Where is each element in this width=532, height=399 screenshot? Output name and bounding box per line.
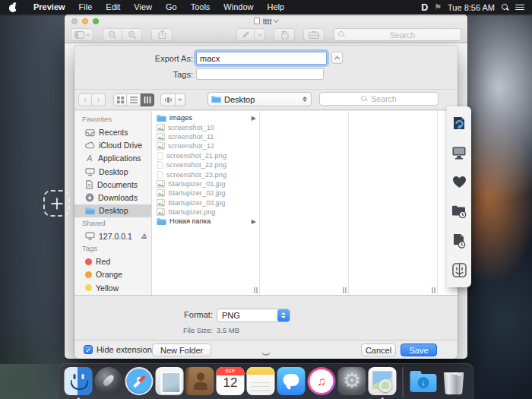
file-row[interactable]: Новая папка▶ [152,217,259,226]
sheet-resize-chevron[interactable] [261,351,271,356]
menu-bar: Preview FileEditViewGoToolsWindowHelp D … [0,0,532,14]
file-row[interactable]: screenshot_12 [152,141,259,150]
eject-icon[interactable] [141,233,147,239]
dfx-default-folder-x-button[interactable] [451,116,467,131]
dfx-computer-button[interactable] [451,145,467,160]
file-row[interactable]: Startupizer.png [152,207,259,217]
markup-pen-button[interactable] [236,28,255,41]
dfx-favorites-button[interactable] [451,175,467,190]
format-label: Format: [74,310,213,319]
folder-icon [211,95,221,103]
share-button[interactable] [151,28,173,41]
apple-menu-icon[interactable] [9,3,17,12]
list-view-button[interactable] [127,93,141,106]
menu-go[interactable]: Go [159,0,184,14]
sidebar-item-red[interactable]: Red [74,255,151,268]
menu-clock[interactable]: Tue 8:56 AM [448,3,495,12]
menu-edit[interactable]: Edit [99,0,127,14]
dfx-finder-button[interactable] [451,263,467,278]
file-row[interactable]: Startupizer_01.jpg [152,179,259,188]
desktop: Preview FileEditViewGoToolsWindowHelp D … [0,0,532,399]
location-popup[interactable]: Desktop [207,92,312,106]
popup-arrows-icon [302,97,308,103]
sidebar-item-downloads[interactable]: Downloads [74,191,151,204]
format-value: PNG [217,311,277,320]
sidebar-item-documents[interactable]: Documents [74,178,151,191]
file-row[interactable]: screenshot_11 [152,132,259,141]
tags-input[interactable] [196,68,324,80]
icon-view-button[interactable] [113,93,127,106]
dock-mail[interactable] [156,367,184,395]
file-row[interactable]: Startupizer_03.jpg [152,198,259,207]
save-button[interactable]: Save [401,344,437,356]
dock-calendar[interactable]: SEP12 [217,367,245,395]
notification-center-icon[interactable] [515,4,524,11]
file-size-label: File Size: [74,326,213,334]
dock-messages[interactable] [277,367,306,395]
folder-icon [85,207,95,215]
sidebar-item-yellow[interactable]: Yellow [74,281,151,294]
file-row[interactable]: images▶ [152,113,259,122]
app-menu[interactable]: Preview [27,0,72,14]
dock-downloads-folder[interactable]: ↓ [410,367,438,395]
back-button[interactable]: ‹ [78,93,92,106]
dfx-recent-files-button[interactable] [451,233,467,249]
column-view-button[interactable] [141,93,154,106]
zoom-in-button[interactable] [122,28,142,41]
new-folder-button[interactable]: New Folder [152,344,211,356]
toolbar-search-field[interactable]: Search [334,28,461,41]
menu-file[interactable]: File [72,0,100,14]
rotate-button[interactable] [274,28,295,41]
dfx-recent-folders-button[interactable] [451,204,467,219]
file-row[interactable]: screenshot_21.png [152,151,259,160]
dock-finder[interactable] [65,367,93,395]
view-options-chevron[interactable] [176,93,185,106]
dock-contacts[interactable] [186,367,214,395]
blank-icon [157,152,163,160]
collapse-sheet-button[interactable] [331,52,343,64]
sidebar-toggle-button[interactable] [71,28,93,41]
cancel-button[interactable]: Cancel [361,344,396,356]
sidebar-item-desktop[interactable]: Desktop [74,165,151,178]
file-row[interactable]: screenshot_23.png [152,169,259,179]
image-icon [157,199,165,207]
title-chevron-icon[interactable] [274,17,279,22]
sidebar-item-orange[interactable]: Orange [74,268,151,281]
sidebar-section-tags: Tags [74,242,151,255]
export-filename-input[interactable] [196,52,327,65]
dock-safari[interactable] [125,367,154,395]
sidebar-item-127-0-0-1[interactable]: 127.0.0.1 [74,230,151,242]
sidebar-item-icloud-drive[interactable]: iCloud Drive [74,138,151,151]
markup-toolbox-button[interactable] [303,28,325,41]
sidebar-item-recents[interactable]: Recents [74,125,151,138]
download-arrow-icon: ↓ [418,377,429,388]
menu-help[interactable]: Help [260,0,291,14]
dock-preview[interactable] [369,367,397,395]
browser-search-field[interactable]: Search [319,92,439,106]
zoom-out-button[interactable] [103,28,122,41]
menu-tools[interactable]: Tools [184,0,217,14]
menu-view[interactable]: View [127,0,159,14]
dock-system-preferences[interactable] [338,367,366,395]
coverflow-view-button[interactable] [160,93,176,106]
dash-menu-extra[interactable]: D [421,2,428,13]
file-row[interactable]: screenshot_22.png [152,160,259,169]
drag-target-plus-icon[interactable] [43,190,70,217]
markup-pen-chevron[interactable] [255,28,265,41]
sidebar-item-desktop[interactable]: Desktop [74,204,151,217]
hide-extension-checkbox[interactable]: ✓ [84,345,93,354]
format-popup[interactable]: PNG [217,309,290,322]
menu-window[interactable]: Window [217,0,260,14]
file-row[interactable]: screenshot_10 [152,122,259,131]
forward-button[interactable]: › [92,93,106,106]
dock-itunes[interactable] [308,367,336,395]
dock-trash[interactable] [443,372,465,394]
status-menu-icon[interactable]: ⚑ [434,2,442,12]
search-icon [338,31,345,38]
file-row[interactable]: Startupizer_02.jpg [152,188,259,198]
dock-notes[interactable] [247,367,275,395]
dock-launchpad[interactable] [95,367,123,395]
sidebar-item-applications[interactable]: AApplications [74,152,151,165]
image-icon [157,208,165,216]
spotlight-icon[interactable] [501,3,509,11]
